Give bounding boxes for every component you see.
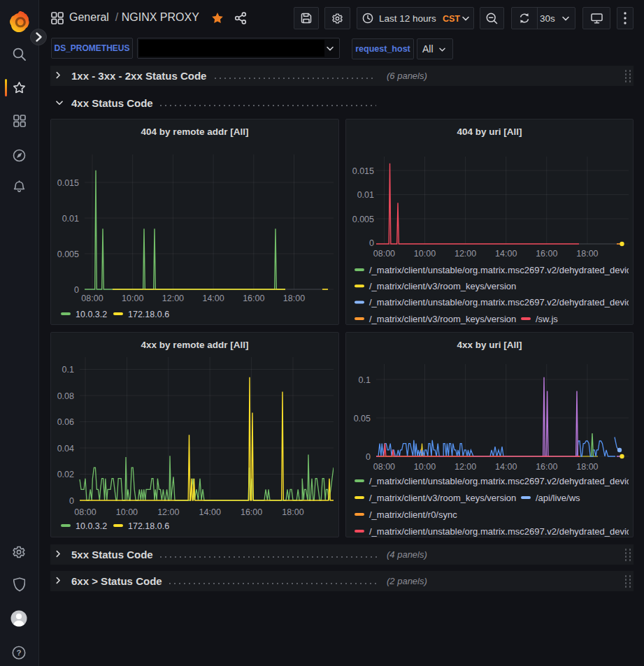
svg-text:10.0.3.2: 10.0.3.2 [76,521,107,531]
svg-text:0.015: 0.015 [352,166,374,176]
svg-text:18:00: 18:00 [576,462,598,472]
svg-text:0: 0 [369,238,374,248]
svg-text:16:00: 16:00 [241,507,262,517]
svg-text:/_matrix/client/v3/room_keys/v: /_matrix/client/v3/room_keys/version [369,281,516,291]
svg-text:16:00: 16:00 [536,249,557,259]
svg-text:/_matrix/client/v3/room_keys/v: /_matrix/client/v3/room_keys/version [369,314,516,324]
svg-text:0: 0 [366,452,371,462]
svg-text:/_matrix/client/unstable/org.m: /_matrix/client/unstable/org.matrix.msc2… [369,265,629,275]
svg-text:18:00: 18:00 [576,249,598,259]
svg-text:0.015: 0.015 [57,178,79,188]
svg-text:12:00: 12:00 [162,294,184,303]
svg-text:0.05: 0.05 [354,414,371,424]
svg-text:16:00: 16:00 [536,462,557,472]
svg-text:14:00: 14:00 [199,507,221,517]
svg-text:172.18.0.6: 172.18.0.6 [128,310,169,319]
svg-text:0: 0 [74,285,79,295]
svg-text:0.1: 0.1 [62,365,74,375]
svg-text:/_matrix/client/v3/room_keys/v: /_matrix/client/v3/room_keys/version [369,493,516,503]
svg-text:172.18.0.6: 172.18.0.6 [128,521,169,531]
svg-text:08:00: 08:00 [74,507,96,517]
svg-text:/_matrix/client/unstable/org.m: /_matrix/client/unstable/org.matrix.msc2… [369,297,629,307]
svg-text:18:00: 18:00 [282,507,303,517]
svg-text:10:00: 10:00 [116,507,138,517]
svg-text:0.005: 0.005 [57,249,79,259]
svg-text:0.02: 0.02 [57,470,74,479]
svg-text:0.04: 0.04 [57,444,74,454]
svg-text:0.005: 0.005 [352,215,374,224]
svg-text:/sw.js: /sw.js [536,314,558,324]
svg-text:08:00: 08:00 [373,462,395,472]
svg-text:14:00: 14:00 [495,462,517,472]
svg-text:0.06: 0.06 [57,417,74,427]
svg-text:08:00: 08:00 [81,294,103,303]
svg-text:16:00: 16:00 [243,294,264,303]
svg-text:/_matrix/client/unstable/org.m: /_matrix/client/unstable/org.matrix.msc2… [369,476,629,486]
svg-text:18:00: 18:00 [283,294,305,303]
svg-text:/api/live/ws: /api/live/ws [536,493,580,503]
svg-text:0.01: 0.01 [62,214,79,224]
svg-text:0.01: 0.01 [357,190,374,200]
svg-text:10.0.3.2: 10.0.3.2 [76,310,107,319]
svg-text:12:00: 12:00 [157,507,179,517]
svg-text:0: 0 [69,496,74,506]
svg-text:14:00: 14:00 [495,249,517,259]
svg-text:/_matrix/client/r0/sync: /_matrix/client/r0/sync [369,509,457,520]
svg-text:?: ? [16,649,21,657]
svg-text:14:00: 14:00 [202,294,224,303]
svg-text:08:00: 08:00 [373,249,395,259]
svg-text:/_matrix/client/unstable/org.m: /_matrix/client/unstable/org.matrix.msc2… [369,526,629,537]
svg-text:10:00: 10:00 [122,294,143,303]
svg-text:0.08: 0.08 [57,391,74,401]
svg-text:10:00: 10:00 [414,249,436,259]
svg-text:12:00: 12:00 [455,249,476,259]
svg-text:0.1: 0.1 [359,375,371,385]
svg-text:10:00: 10:00 [414,462,436,472]
svg-text:12:00: 12:00 [455,462,476,472]
